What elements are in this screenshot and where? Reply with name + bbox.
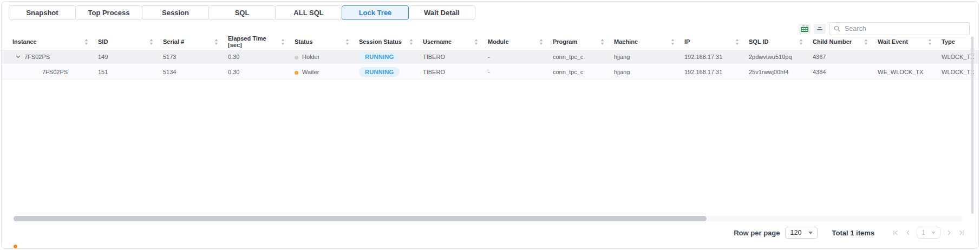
rows-per-page-label: Row per page (734, 229, 780, 237)
lock-tree-table: Instance SID Serial # Elapsed Time [sec]… (2, 35, 978, 80)
total-items-label: Total 1 items (832, 229, 874, 237)
column-header-sid[interactable]: SID (98, 38, 163, 45)
column-header-sql-id[interactable]: SQL ID (749, 38, 813, 45)
page-number-select[interactable]: 1 (917, 227, 940, 239)
cell-elapsed: 0.30 (228, 69, 295, 75)
csv-export-button[interactable] (799, 24, 811, 34)
cell-session-status: RUNNING (359, 52, 423, 62)
tab-lock-tree[interactable]: Lock Tree (342, 5, 409, 20)
table-row-holder[interactable]: 7FS02PS 149 5173 0.30 Holder RUNNING TIB… (2, 50, 978, 65)
tab-sql[interactable]: SQL (208, 5, 276, 20)
cell-username: TIBERO (423, 69, 488, 75)
column-header-instance[interactable]: Instance (12, 38, 98, 45)
chevron-down-icon[interactable] (16, 55, 21, 58)
cell-module: - (488, 69, 553, 75)
sort-icon[interactable] (600, 39, 604, 45)
sort-icon[interactable] (281, 39, 285, 45)
cell-type: WLOCK_TX (942, 69, 974, 75)
chevron-down-icon (808, 232, 813, 234)
cell-sid: 151 (98, 69, 163, 75)
column-header-serial[interactable]: Serial # (163, 38, 228, 45)
first-page-button[interactable] (893, 230, 899, 235)
cell-instance: 7FS02PS (12, 69, 98, 75)
csv-export-icon (800, 25, 809, 32)
cell-instance: 7FS02PS (12, 54, 98, 60)
pager: 1 (893, 227, 964, 239)
previous-page-button[interactable] (906, 230, 910, 235)
cell-sql-id: 2pdwvtwu510pq (749, 54, 813, 60)
tab-bar: Snapshot Top Process Session SQL ALL SQL… (9, 5, 475, 20)
cell-status: Waiter (295, 69, 359, 75)
sort-icon[interactable] (345, 39, 349, 45)
horizontal-scrollbar[interactable] (12, 216, 962, 221)
cell-module: - (488, 54, 553, 60)
column-header-wait-event[interactable]: Wait Event (878, 38, 942, 45)
running-badge: RUNNING (359, 67, 400, 77)
sort-icon[interactable] (799, 39, 803, 45)
cell-machine: hjjang (614, 54, 684, 60)
holder-status-dot (295, 56, 298, 60)
column-header-username[interactable]: Username (423, 38, 488, 45)
cell-serial: 5173 (163, 54, 228, 60)
column-header-elapsed-time[interactable]: Elapsed Time [sec] (228, 35, 295, 48)
cell-wait-event: WE_WLOCK_TX (878, 69, 942, 75)
column-header-type[interactable]: Type (942, 38, 974, 45)
sort-icon[interactable] (864, 39, 868, 45)
cell-child-number: 4367 (813, 54, 878, 60)
running-badge: RUNNING (359, 52, 400, 62)
column-header-child-number[interactable]: Child Number (813, 38, 878, 45)
sort-icon[interactable] (735, 39, 739, 45)
last-page-button[interactable] (958, 230, 964, 235)
search-input[interactable] (844, 24, 965, 33)
tab-snapshot[interactable]: Snapshot (9, 5, 76, 20)
column-header-module[interactable]: Module (488, 38, 553, 45)
search-icon (834, 25, 840, 32)
vertical-scrollbar-thumb[interactable] (971, 36, 974, 214)
sort-icon[interactable] (539, 39, 543, 45)
pagination-bar: Row per page 120 Total 1 items 1 (734, 225, 964, 241)
search-box[interactable] (829, 22, 970, 35)
cell-elapsed: 0.30 (228, 54, 295, 60)
table-row-waiter[interactable]: 7FS02PS 151 5134 0.30 Waiter RUNNING TIB… (2, 65, 978, 80)
waiter-status-dot (295, 71, 298, 75)
cell-type: WLOCK_TX (942, 54, 974, 60)
rows-per-page-select[interactable]: 120 (785, 227, 818, 239)
cell-ip: 192.168.17.31 (684, 54, 749, 60)
cell-status: Holder (295, 54, 359, 60)
tab-wait-detail[interactable]: Wait Detail (408, 5, 475, 20)
table-header-row: Instance SID Serial # Elapsed Time [sec]… (2, 35, 978, 49)
tab-session[interactable]: Session (142, 5, 209, 20)
sort-icon[interactable] (671, 39, 675, 45)
tab-all-sql[interactable]: ALL SQL (275, 5, 342, 20)
column-header-session-status[interactable]: Session Status (359, 38, 423, 45)
sort-icon[interactable] (409, 39, 413, 45)
cell-username: TIBERO (423, 54, 488, 60)
cell-ip: 192.168.17.31 (684, 69, 749, 75)
column-header-program[interactable]: Program (553, 38, 614, 45)
cell-program: conn_tpc_c (553, 69, 614, 75)
column-header-machine[interactable]: Machine (614, 38, 684, 45)
cell-sid: 149 (98, 54, 163, 60)
chevron-down-icon (931, 232, 936, 234)
sort-icon[interactable] (214, 39, 218, 45)
cell-serial: 5134 (163, 69, 228, 75)
horizontal-scrollbar-thumb[interactable] (14, 216, 707, 221)
cell-child-number: 4384 (813, 69, 878, 75)
sort-icon[interactable] (928, 39, 932, 45)
filter-button[interactable] (814, 24, 826, 34)
cell-program: conn_tpc_c (553, 54, 614, 60)
notification-dot (14, 245, 17, 248)
column-header-ip[interactable]: IP (684, 38, 749, 45)
cell-session-status: RUNNING (359, 67, 423, 77)
table-toolbar (799, 22, 970, 35)
filter-icon (816, 26, 824, 32)
lock-tree-panel: Snapshot Top Process Session SQL ALL SQL… (1, 1, 979, 249)
sort-icon[interactable] (474, 39, 478, 45)
column-header-status[interactable]: Status (295, 38, 359, 45)
next-page-button[interactable] (947, 230, 951, 235)
cell-sql-id: 25v1rwwj00hf4 (749, 69, 813, 75)
cell-machine: hjjang (614, 69, 684, 75)
tab-top-process[interactable]: Top Process (75, 5, 142, 20)
sort-icon[interactable] (84, 39, 88, 45)
sort-icon[interactable] (149, 39, 153, 45)
